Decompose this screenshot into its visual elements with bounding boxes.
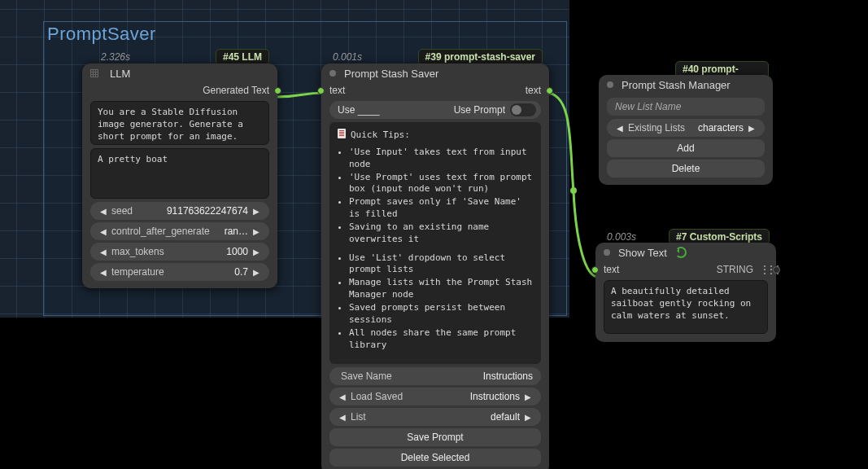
chevron-right-icon[interactable]: ▶ xyxy=(248,268,261,277)
widget-value: 1000 xyxy=(226,246,248,257)
timing-show-text: 0.003s xyxy=(607,231,636,243)
node-title: LLM xyxy=(110,68,130,80)
group-title[interactable]: PromptSaver xyxy=(47,24,156,45)
tips-heading-text: Quick Tips: xyxy=(351,129,410,140)
node-status-dot-icon xyxy=(329,70,336,77)
widget-value: default xyxy=(491,411,520,423)
chevron-left-icon[interactable]: ◀ xyxy=(98,207,108,216)
toggle-switch[interactable] xyxy=(510,103,536,116)
system-prompt-box[interactable]: You are a Stable Diffusion image generat… xyxy=(90,101,269,145)
widget-label: Existing Lists xyxy=(625,122,698,134)
widget-save-name[interactable]: Save Name Instructions xyxy=(329,367,541,385)
chevron-left-icon[interactable]: ◀ xyxy=(98,268,108,277)
node-prompt-stash-saver[interactable]: Prompt Stash Saver text text Use ____ Us… xyxy=(321,64,549,469)
widget-label: List xyxy=(347,411,491,423)
timing-llm: 2.326s xyxy=(101,51,130,63)
widget-label: Load Saved xyxy=(347,391,470,402)
widget-value: 0.7 xyxy=(234,266,248,278)
user-prompt-box[interactable]: A pretty boat xyxy=(90,148,269,199)
widget-load-saved[interactable]: ◀ Load Saved Instructions ▶ xyxy=(329,388,541,405)
tip-item: 'Use Prompt' uses text from prompt box (… xyxy=(349,172,533,196)
widget-max-tokens[interactable]: ◀ max_tokens 1000 ▶ xyxy=(90,243,269,261)
chevron-right-icon[interactable]: ▶ xyxy=(248,227,261,236)
node-title: Show Text xyxy=(618,247,667,259)
widget-existing-lists[interactable]: ◀ Existing Lists characters ▶ xyxy=(607,119,765,137)
timing-stash-saver: 0.001s xyxy=(333,51,362,63)
widget-value: characters xyxy=(698,122,744,134)
widget-value: Instructions xyxy=(483,370,533,382)
badge-llm: #45 LLM xyxy=(216,49,269,65)
node-header-llm[interactable]: LLM xyxy=(82,64,277,83)
out-type-label: STRING xyxy=(717,264,753,275)
quick-tips-box: Quick Tips: 'Use Input' takes text from … xyxy=(329,122,541,364)
port-dot-icon[interactable] xyxy=(274,87,281,94)
tip-item: Saving to an existing name overwrites it xyxy=(349,221,533,246)
port-row-stash-saver: text text xyxy=(321,83,549,98)
chevron-right-icon[interactable]: ▶ xyxy=(520,392,533,401)
node-header[interactable]: Prompt Stash Saver xyxy=(321,64,549,83)
node-meta-llm: 2.326s #45 LLM xyxy=(101,49,269,65)
tip-item: Prompt saves only if 'Save Name' is fill… xyxy=(349,196,533,221)
tip-item: Use 'List' dropdown to select prompt lis… xyxy=(349,252,533,277)
widget-list[interactable]: ◀ List default ▶ xyxy=(329,408,541,426)
node-prompt-stash-manager[interactable]: Prompt Stash Manager New List Name ◀ Exi… xyxy=(599,75,773,185)
drag-handle-icon[interactable] xyxy=(90,69,98,77)
widget-seed[interactable]: ◀ seed 911763622247674 ▶ xyxy=(90,202,269,220)
widget-value: ran… xyxy=(225,226,248,237)
widget-value: Instructions xyxy=(470,391,520,402)
add-button[interactable]: Add xyxy=(607,139,765,157)
in-port-label: text xyxy=(329,85,345,96)
port-out-llm[interactable]: Generated Text xyxy=(82,83,277,98)
port-dot-icon[interactable] xyxy=(317,87,325,94)
port-dot-icon[interactable] xyxy=(773,266,780,274)
delete-selected-button[interactable]: Delete Selected xyxy=(329,449,541,467)
doc-icon xyxy=(338,129,346,138)
port-label: Generated Text xyxy=(203,85,269,96)
tip-item: All nodes share the same prompt library xyxy=(349,327,533,352)
widget-temperature[interactable]: ◀ temperature 0.7 ▶ xyxy=(90,263,269,281)
widget-label: seed xyxy=(108,205,167,217)
chevron-right-icon[interactable]: ▶ xyxy=(744,124,757,133)
node-header[interactable]: Prompt Stash Manager xyxy=(599,75,773,94)
tip-item: Manage lists with the Prompt Stash Manag… xyxy=(349,277,533,301)
chevron-left-icon[interactable]: ◀ xyxy=(338,413,347,422)
widget-label: Save Name xyxy=(338,370,392,382)
node-header[interactable]: Show Text xyxy=(595,243,776,262)
svg-point-2 xyxy=(570,187,577,194)
tip-item: Saved prompts persist between sessions xyxy=(349,302,533,327)
port-dot-icon[interactable] xyxy=(546,87,553,94)
widget-control-after-generate[interactable]: ◀ control_after_generate ran… ▶ xyxy=(90,222,269,240)
delete-button[interactable]: Delete xyxy=(607,160,765,178)
chevron-left-icon[interactable]: ◀ xyxy=(615,124,625,133)
chevron-right-icon[interactable]: ▶ xyxy=(248,248,261,256)
badge-stash-saver: #39 prompt-stash-saver xyxy=(418,49,543,65)
node-title: Prompt Stash Saver xyxy=(344,68,438,80)
widget-label: max_tokens xyxy=(108,246,226,257)
tips-heading: Quick Tips: xyxy=(338,129,533,142)
toggle-use-input-prompt[interactable]: Use ____ Use Prompt xyxy=(329,101,541,119)
chevron-left-icon[interactable]: ◀ xyxy=(338,392,347,401)
grip-icon: ⋮⋮⋮ xyxy=(760,264,768,275)
new-list-name-input[interactable]: New List Name xyxy=(607,98,765,116)
chevron-left-icon[interactable]: ◀ xyxy=(98,248,108,256)
node-status-dot-icon xyxy=(607,81,613,88)
save-prompt-button[interactable]: Save Prompt xyxy=(329,428,541,446)
chevron-right-icon[interactable]: ▶ xyxy=(520,413,533,422)
toggle-right-label: Use Prompt xyxy=(454,104,505,116)
refresh-icon[interactable] xyxy=(675,247,687,258)
toggle-knob-icon xyxy=(512,105,521,115)
tips-list-b: Use 'List' dropdown to select prompt lis… xyxy=(338,252,533,352)
out-port-label: text xyxy=(526,85,541,96)
tips-list-a: 'Use Input' takes text from input node '… xyxy=(338,147,533,246)
node-meta-stash-saver: 0.001s #39 prompt-stash-saver xyxy=(333,49,543,65)
node-llm[interactable]: LLM Generated Text You are a Stable Diff… xyxy=(82,64,277,288)
widget-value: 911763622247674 xyxy=(167,205,248,217)
widget-label: temperature xyxy=(108,266,234,278)
show-text-content[interactable]: A beautifully detailed sailboat gently r… xyxy=(604,280,768,334)
chevron-left-icon[interactable]: ◀ xyxy=(98,227,108,236)
in-port-label: text xyxy=(604,264,619,275)
toggle-left-label: Use ____ xyxy=(338,104,379,116)
node-show-text[interactable]: Show Text text STRING ⋮⋮⋮ A beautifully … xyxy=(595,243,776,342)
port-dot-icon[interactable] xyxy=(591,266,599,274)
chevron-right-icon[interactable]: ▶ xyxy=(248,207,261,216)
